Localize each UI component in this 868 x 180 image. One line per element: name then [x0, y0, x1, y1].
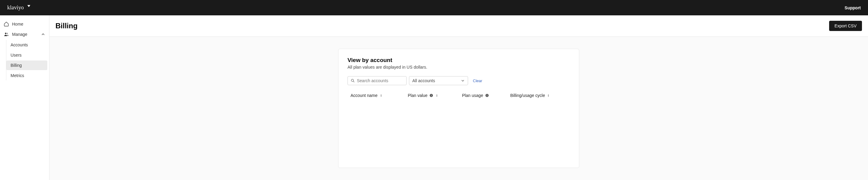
chevron-up-icon — [41, 32, 45, 37]
search-accounts-input[interactable] — [347, 76, 407, 85]
sidebar-item-manage[interactable]: Manage — [0, 29, 49, 39]
col-usage-label: Plan usage — [462, 93, 483, 98]
search-wrapper — [347, 76, 407, 85]
info-icon[interactable] — [429, 93, 433, 98]
col-cycle-label: Billing/usage cycle — [510, 93, 545, 98]
svg-marker-6 — [380, 96, 381, 97]
card-title: View by account — [347, 57, 570, 64]
support-link[interactable]: Support — [844, 5, 861, 10]
page-header: Billing Export CSV — [50, 15, 868, 37]
card-subtitle: All plan values are displayed in US doll… — [347, 65, 570, 70]
page-title: Billing — [56, 22, 78, 30]
accounts-dropdown[interactable]: All accounts — [409, 76, 468, 85]
column-header-account-name[interactable]: Account name — [350, 93, 408, 98]
sort-icon — [435, 94, 438, 97]
export-csv-button[interactable]: Export CSV — [829, 21, 862, 31]
svg-rect-8 — [431, 95, 432, 96]
home-icon — [4, 22, 9, 27]
filter-controls: All accounts Clear — [347, 76, 570, 85]
clear-filters-link[interactable]: Clear — [473, 79, 482, 83]
accounts-dropdown-button[interactable]: All accounts — [409, 76, 468, 85]
search-icon — [350, 79, 355, 83]
column-header-billing-cycle[interactable]: Billing/usage cycle — [510, 93, 558, 98]
brand-logo[interactable]: klaviyo — [7, 4, 37, 11]
col-value-label: Plan value — [408, 93, 427, 98]
sidebar-item-users[interactable]: Users — [6, 50, 47, 60]
svg-point-3 — [351, 79, 354, 81]
svg-marker-15 — [548, 94, 549, 95]
content-area: View by account All plan values are disp… — [50, 37, 868, 180]
svg-marker-5 — [380, 94, 381, 95]
sidebar: Home Manage Accounts Users Billing Metri… — [0, 15, 50, 180]
column-header-plan-value[interactable]: Plan value — [408, 93, 462, 98]
col-name-label: Account name — [350, 93, 378, 98]
svg-point-1 — [5, 33, 6, 34]
svg-point-2 — [7, 33, 8, 34]
svg-marker-16 — [548, 96, 549, 97]
top-bar: klaviyo Support — [0, 0, 868, 15]
column-header-plan-usage[interactable]: Plan usage — [462, 93, 510, 98]
info-icon[interactable] — [485, 93, 489, 98]
svg-marker-10 — [436, 94, 438, 95]
view-by-account-card: View by account All plan values are disp… — [338, 49, 579, 168]
sidebar-home-label: Home — [12, 22, 23, 27]
svg-text:klaviyo: klaviyo — [7, 4, 24, 10]
sort-icon — [379, 94, 383, 97]
klaviyo-logo-icon: klaviyo — [7, 4, 37, 11]
sidebar-item-home[interactable]: Home — [0, 19, 49, 29]
people-icon — [4, 32, 9, 37]
svg-marker-11 — [436, 96, 438, 97]
sidebar-item-billing[interactable]: Billing — [6, 61, 47, 70]
svg-line-4 — [353, 81, 354, 82]
main-content: Billing Export CSV View by account All p… — [50, 15, 868, 180]
sidebar-manage-submenu: Accounts Users Billing Metrics — [6, 40, 49, 80]
sidebar-manage-label: Manage — [12, 32, 27, 37]
sidebar-item-metrics[interactable]: Metrics — [6, 71, 47, 80]
sort-icon — [547, 94, 550, 97]
sidebar-item-accounts[interactable]: Accounts — [6, 40, 47, 50]
table-header-row: Account name Plan value — [347, 93, 570, 98]
svg-rect-9 — [431, 95, 432, 95]
